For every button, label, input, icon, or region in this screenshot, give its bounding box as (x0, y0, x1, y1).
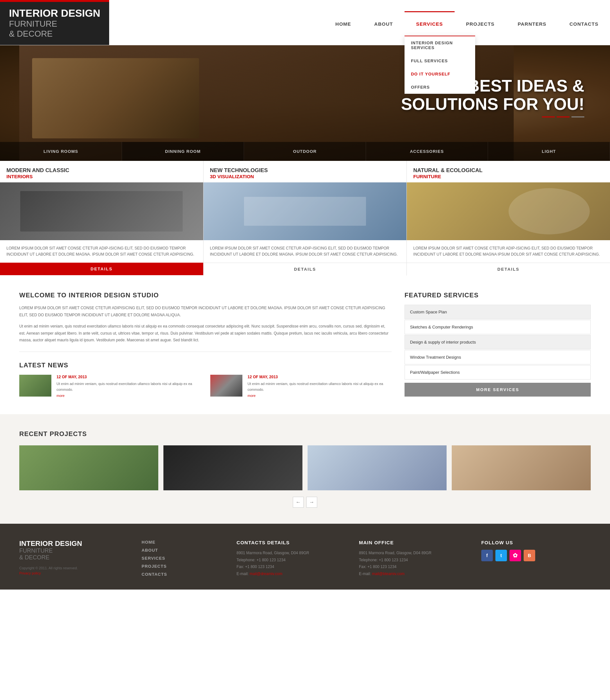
footer-nav: HOME ABOUT SERVICES PROJECTS CONTACTS (142, 540, 224, 580)
footer-office-fax: Fax: +1 800 123 1234 (359, 563, 468, 571)
project-thumb-0[interactable] (19, 445, 158, 490)
dropdown-offers[interactable]: OFFERS (404, 81, 475, 94)
feature-card-2-body: LOREM IPSUM DOLOR SIT AMET CONSE CTETUR … (407, 240, 610, 262)
feature-card-2-title: NATURAL & ECOLOGICAL (413, 167, 604, 174)
feature-card-2-subtitle: FURNITURE (413, 174, 604, 179)
category-outdoor[interactable]: OUTDOOR (244, 142, 366, 161)
latest-news-section: LATEST NEWS 12 OF MAY, 2013 Ut enim ad m… (19, 362, 392, 398)
nav-about[interactable]: ABOUT (363, 11, 404, 36)
news-items: 12 OF MAY, 2013 Ut enim ad minim veniam,… (19, 375, 392, 398)
project-thumb-3[interactable] (452, 445, 591, 490)
news-more-0[interactable]: more (57, 394, 65, 398)
project-prev-button[interactable]: ← (293, 497, 304, 508)
footer-nav-about[interactable]: ABOUT (142, 548, 224, 553)
service-item-3[interactable]: Window Treatment Designs (404, 350, 591, 364)
logo-subtitle: FURNITURE & DECORE (9, 19, 100, 39)
nav-projects[interactable]: PROJECTS (455, 11, 506, 36)
footer-contacts: CONTACTS DETAILS 8901 Marmora Road, Glas… (237, 540, 346, 580)
category-bar: LIVING ROOMS DINNING ROOM OUTDOOR ACCESS… (0, 142, 610, 161)
category-dining-room[interactable]: DINNING ROOM (122, 142, 244, 161)
feature-card-1: NEW TECHNOLOGIES 3D VISUALIZATION LOREM … (204, 161, 407, 275)
project-thumb-1[interactable] (163, 445, 302, 490)
news-item-0: 12 OF MAY, 2013 Ut enim ad minim veniam,… (19, 375, 200, 398)
footer-office-tel: Telephone: +1 800 123 1234 (359, 557, 468, 564)
feature-card-1-title: NEW TECHNOLOGIES (210, 167, 400, 174)
footer-nav-contacts[interactable]: CONTACTS (142, 572, 224, 577)
nav-home[interactable]: HOME (324, 11, 363, 36)
featured-services: FEATURED SERVICES Custom Space Plan Sket… (404, 291, 591, 397)
top-navigation: INTERIOR DESIGN FURNITURE & DECORE HOME … (0, 2, 610, 45)
social-twitter-icon[interactable]: t (495, 550, 507, 561)
footer-brand: INTERIOR DESIGN FURNITURE & DECORE Copyr… (19, 540, 129, 580)
footer-contacts-email-row: E-mail: mail@dreamiv.com (237, 571, 346, 578)
footer-nav-home[interactable]: HOME (142, 540, 224, 545)
nav-contacts[interactable]: CONTACTS (558, 11, 610, 36)
recent-projects-title: RECENT PROJECTS (19, 430, 591, 438)
category-light[interactable]: LIGHT (488, 142, 610, 161)
footer-follow-title: FOLLOW US (481, 540, 591, 545)
news-text-1: Ut enim ad minim veniam, quis nostrud ex… (247, 381, 392, 392)
footer-privacy-link[interactable]: Privacy policy (19, 571, 41, 575)
feature-card-0: MODERN AND CLASSIC INTERIORS LOREM IPSUM… (0, 161, 204, 275)
footer-logo-sub: FURNITURE & DECORE (19, 547, 129, 561)
social-facebook-icon[interactable]: f (481, 550, 493, 561)
category-accessories[interactable]: ACCESSORIES (366, 142, 488, 161)
nav-services[interactable]: SERVICES INTERIOR DESIGN SERVICES FULL S… (404, 11, 455, 36)
project-navigation: ← → (19, 497, 591, 508)
feature-card-2-btn[interactable]: DETAILS (407, 262, 610, 275)
social-blogger-icon[interactable]: B (524, 550, 535, 561)
service-item-2[interactable]: Design & supply of interior products (404, 335, 591, 349)
feature-card-1-subtitle: 3D VISUALIZATION (210, 174, 400, 179)
welcome-title: WELCOME TO INTERIOR DESIGN STUDIO (19, 291, 392, 299)
feature-card-0-image (0, 182, 203, 240)
welcome-para2: Ut enim ad minim veniam, quis nostrud ex… (19, 323, 392, 344)
services-dropdown: INTERIOR DESIGN SERVICES FULL SERVICES D… (404, 36, 475, 94)
dropdown-full-services[interactable]: FULL SERVICES (404, 54, 475, 67)
footer-contacts-title: CONTACTS DETAILS (237, 540, 346, 545)
feature-card-2: NATURAL & ECOLOGICAL FURNITURE LOREM IPS… (407, 161, 610, 275)
welcome-para1: LOREM IPSUM DOLOR SIT AMET CONSE CTETUR … (19, 305, 392, 319)
projects-grid (19, 445, 591, 490)
social-flickr-icon[interactable]: ✿ (510, 550, 521, 561)
service-item-1[interactable]: Sketches & Computer Renderings (404, 320, 591, 334)
project-thumb-2[interactable] (308, 445, 447, 490)
feature-cards-section: MODERN AND CLASSIC INTERIORS LOREM IPSUM… (0, 161, 610, 275)
dropdown-interior-design-services[interactable]: INTERIOR DESIGN SERVICES (404, 36, 475, 54)
dropdown-do-it-yourself[interactable]: DO IT YOURSELF (404, 67, 475, 81)
logo-block: INTERIOR DESIGN FURNITURE & DECORE (0, 2, 109, 45)
footer-follow: FOLLOW US f t ✿ B (481, 540, 591, 580)
social-icons: f t ✿ B (481, 550, 591, 561)
feature-card-1-body: LOREM IPSUM DOLOR SIT AMET CONSE CTETUR … (204, 240, 407, 262)
project-next-button[interactable]: → (306, 497, 317, 508)
feature-card-2-image (407, 182, 610, 240)
footer-logo-title: INTERIOR DESIGN (19, 540, 129, 547)
content-left: WELCOME TO INTERIOR DESIGN STUDIO LOREM … (19, 291, 392, 398)
category-living-rooms[interactable]: LIVING ROOMS (0, 142, 122, 161)
footer-contacts-email[interactable]: mail@dreamiv.com (250, 572, 283, 576)
feature-card-1-btn[interactable]: DETAILS (204, 262, 407, 275)
nav-partners[interactable]: PARNTERS (506, 11, 558, 36)
footer-grid: INTERIOR DESIGN FURNITURE & DECORE Copyr… (19, 540, 591, 580)
service-item-4[interactable]: Paint/Wallpaper Selections (404, 365, 591, 380)
news-thumb-0 (19, 375, 51, 397)
footer-office: MAIN OFFICE 8901 Marmora Road, Glasgow, … (359, 540, 468, 580)
footer-office-email[interactable]: mail@bteamiv.com (372, 572, 404, 576)
news-date-0: 12 OF MAY, 2013 (57, 375, 200, 379)
more-services-button[interactable]: MORE SERVICES (404, 383, 591, 397)
news-content-1: 12 OF MAY, 2013 Ut enim ad minim veniam,… (247, 375, 392, 398)
latest-news-title: LATEST NEWS (19, 362, 392, 369)
feature-card-1-image (204, 182, 407, 240)
service-item-0[interactable]: Custom Space Plan (404, 305, 591, 319)
news-more-1[interactable]: more (247, 394, 256, 398)
footer-copyright: Copyright © 2011. All rights reserved. (19, 566, 129, 570)
footer-nav-projects[interactable]: PROJECTS (142, 564, 224, 569)
hero-divider (401, 116, 584, 117)
footer-nav-services[interactable]: SERVICES (142, 556, 224, 561)
hero-section: THE BEST IDEAS & SOLUTIONS FOR YOU! LIVI… (0, 45, 610, 161)
footer-office-address: 8901 Marmora Road, Glasgow, D04 89GR (359, 550, 468, 557)
featured-services-title: FEATURED SERVICES (404, 291, 591, 299)
content-right: FEATURED SERVICES Custom Space Plan Sket… (404, 291, 591, 398)
feature-card-0-btn[interactable]: DETAILS (0, 262, 203, 275)
footer: INTERIOR DESIGN FURNITURE & DECORE Copyr… (0, 524, 610, 590)
logo-title: INTERIOR DESIGN (9, 8, 100, 19)
